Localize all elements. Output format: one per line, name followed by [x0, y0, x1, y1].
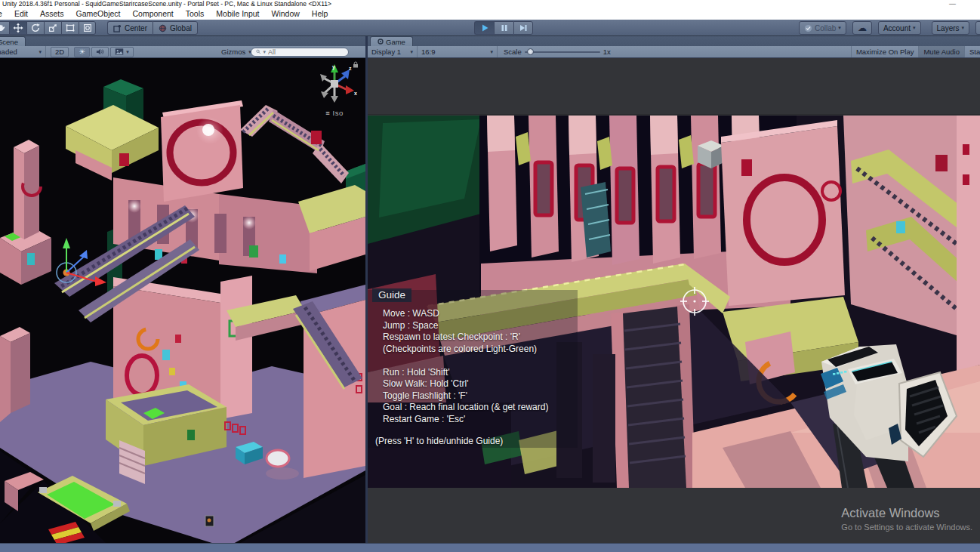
- pause-button[interactable]: [494, 21, 513, 35]
- lock-icon: [353, 62, 358, 68]
- left-tower: [14, 140, 41, 239]
- layers-caret-icon: ▾: [962, 25, 965, 31]
- unity-editor-window: Unity 2018.4.36f1 Personal - SquidGameSt…: [0, 0, 980, 552]
- tab-game[interactable]: Game: [370, 36, 413, 46]
- transform-tool-button[interactable]: [79, 21, 96, 35]
- letterbox-top: [368, 58, 980, 115]
- menu-help[interactable]: Help: [306, 8, 334, 20]
- scene-effects-dropdown[interactable]: ▾: [110, 47, 134, 57]
- shading-caret-icon: ▾: [39, 49, 42, 55]
- stats-button[interactable]: Stats: [964, 46, 980, 58]
- play-button[interactable]: [474, 21, 494, 35]
- game-tab-label: Game: [386, 38, 405, 46]
- pivot-controls: Center Global: [107, 20, 198, 35]
- rotate-icon: [30, 23, 41, 33]
- guide-line: Toggle Flashlight : 'F': [383, 390, 599, 402]
- pause-icon: [500, 23, 509, 32]
- game-tabstrip: Game: [368, 36, 980, 46]
- game-viewport[interactable]: Guide Move : WASD Jump : Space Respawn t…: [368, 58, 980, 543]
- scene-tab-label: Scene: [0, 38, 18, 46]
- game-render-area[interactable]: Guide Move : WASD Jump : Space Respawn t…: [368, 116, 980, 488]
- 2d-label: 2D: [55, 48, 64, 56]
- gizmos-label: Gizmos: [221, 48, 245, 56]
- toolbar-right: Collab ▾ ☁ Account ▾ Layers ▾ Layout ▾: [799, 20, 980, 35]
- gizmos-dropdown[interactable]: Gizmos ▾: [217, 46, 255, 58]
- menu-edit[interactable]: Edit: [8, 8, 34, 20]
- orientation-label: Global: [170, 24, 192, 32]
- toggle-2d-button[interactable]: 2D: [51, 47, 69, 57]
- layers-button[interactable]: Layers ▾: [932, 21, 970, 35]
- stats-label: Stats: [969, 48, 980, 56]
- aspect-dropdown[interactable]: 16:9 ▾: [418, 46, 498, 58]
- move-tool-button[interactable]: [9, 21, 26, 35]
- scale-slider[interactable]: [525, 51, 600, 53]
- shading-mode-dropdown[interactable]: Shaded ▾: [0, 46, 46, 58]
- minimize-button[interactable]: —: [949, 0, 956, 8]
- step-button[interactable]: [513, 21, 533, 35]
- scale-icon: [48, 23, 58, 33]
- tab-scene[interactable]: Scene: [0, 36, 26, 46]
- scale-slider-knob[interactable]: [527, 48, 534, 55]
- collab-check-icon: [804, 24, 812, 32]
- menu-mobile-input[interactable]: Mobile Input: [210, 8, 265, 20]
- scene-panel: Scene Shaded ▾ 2D ☀ ▾: [0, 36, 365, 543]
- maximize-on-play-button[interactable]: Maximize On Play: [851, 46, 919, 58]
- mute-audio-button[interactable]: Mute Audio: [918, 46, 964, 58]
- orientation-gizmo[interactable]: y z x ≡ Iso: [310, 61, 359, 117]
- aspect-value: 16:9: [421, 48, 436, 56]
- menu-assets[interactable]: Assets: [34, 8, 70, 20]
- image-icon: [115, 48, 124, 56]
- game-panel: Game Display 1 ▾ 16:9 ▾ Scale 1x: [368, 36, 980, 543]
- iso-menu-icon: ≡: [325, 109, 330, 117]
- pivot-mode-button[interactable]: Center: [107, 21, 153, 35]
- guide-overlay: Guide Move : WASD Jump : Space Respawn t…: [372, 288, 599, 446]
- scene-toolbar: Shaded ▾ 2D ☀ ▾ Gizmos ▾: [0, 46, 365, 58]
- scene-audio-toggle[interactable]: [91, 47, 109, 57]
- transform-tools: [0, 20, 96, 35]
- guide-line: Move : WASD: [383, 308, 599, 320]
- search-icon: [256, 48, 260, 55]
- rotate-tool-button[interactable]: [26, 21, 44, 35]
- guide-line: Restart Game : 'Esc': [383, 414, 599, 426]
- descending-stair: [611, 304, 695, 488]
- menu-tools[interactable]: Tools: [180, 8, 211, 20]
- scene-tabstrip: Scene: [0, 36, 365, 46]
- maximize-on-play-label: Maximize On Play: [856, 48, 914, 56]
- activate-windows-watermark: Activate Windows Go to Settings to activ…: [841, 506, 972, 532]
- guide-line: Run : Hold 'Shift': [383, 367, 599, 379]
- menu-component[interactable]: Component: [126, 8, 179, 20]
- letterbox-bottom: Activate Windows Go to Settings to activ…: [368, 488, 980, 543]
- collab-caret-icon: ▾: [838, 25, 841, 31]
- effects-caret-icon: ▾: [126, 49, 129, 55]
- account-button[interactable]: Account ▾: [878, 21, 921, 35]
- mute-audio-label: Mute Audio: [923, 48, 960, 56]
- pan-tool-button[interactable]: [0, 21, 9, 35]
- red-ring-panel: [721, 120, 845, 306]
- transform-icon: [82, 23, 93, 33]
- statusbar: [0, 543, 980, 552]
- guide-footer: (Press 'H' to hide/unhide Guide): [375, 436, 599, 446]
- scene-viewport[interactable]: y z x ≡ Iso: [0, 58, 365, 543]
- scene-3d-render: [0, 58, 365, 543]
- scene-search-input[interactable]: [268, 48, 344, 56]
- menu-file[interactable]: File: [0, 8, 8, 20]
- menu-window[interactable]: Window: [266, 8, 306, 20]
- projection-toggle[interactable]: ≡ Iso: [310, 109, 359, 117]
- main-toolbar: Center Global Collab ▾: [0, 20, 980, 36]
- display-dropdown[interactable]: Display 1 ▾: [368, 46, 418, 58]
- menu-gameobject[interactable]: GameObject: [70, 8, 127, 20]
- guide-title: Guide: [372, 288, 411, 302]
- scale-tool-button[interactable]: [44, 21, 61, 35]
- orientation-mode-button[interactable]: Global: [153, 21, 198, 35]
- collab-button[interactable]: Collab ▾: [799, 21, 846, 35]
- scale-label: Scale: [504, 48, 522, 56]
- scene-search[interactable]: ▾: [251, 48, 349, 57]
- axis-x-label: x: [354, 91, 357, 96]
- game-toolbar-right: Maximize On Play Mute Audio Stats: [851, 46, 980, 58]
- rect-tool-button[interactable]: [61, 21, 79, 35]
- watermark-subtitle: Go to Settings to activate Windows.: [841, 523, 972, 532]
- cloud-button[interactable]: ☁: [852, 21, 872, 35]
- scene-lighting-toggle[interactable]: ☀: [74, 47, 90, 57]
- game-toolbar: Display 1 ▾ 16:9 ▾ Scale 1x Maximize On …: [368, 46, 980, 58]
- layout-button[interactable]: Layout ▾: [975, 21, 980, 35]
